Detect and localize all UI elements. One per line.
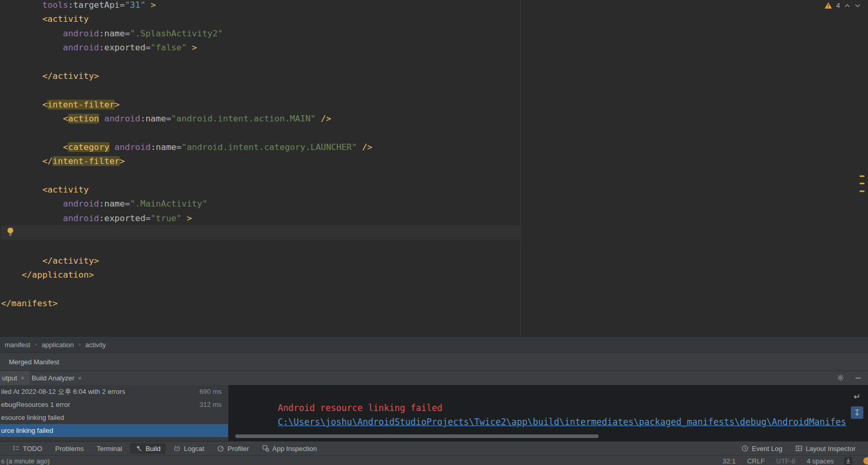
breadcrumb-item-application[interactable]: application <box>42 341 74 349</box>
scroll-to-end-icon[interactable]: ↧ <box>851 406 863 419</box>
build-tree-row[interactable]: urce linking failed <box>0 424 228 437</box>
code-line[interactable]: <category android:name="android.intent.c… <box>1 140 859 154</box>
tab-merged-manifest[interactable]: Merged Manifest <box>0 358 59 366</box>
code-line[interactable]: <activity <box>1 12 859 26</box>
code-token: android <box>63 29 99 38</box>
code-line[interactable] <box>1 240 859 254</box>
toolwindow-button-logcat[interactable]: Logcat <box>168 443 209 454</box>
code-line[interactable]: </activity> <box>1 254 859 268</box>
build-tree-row[interactable]: esource linking failed <box>0 411 228 424</box>
code-line[interactable]: <activity <box>1 183 859 197</box>
code-line[interactable]: </manifest> <box>1 296 859 310</box>
toolwindow-group-right: Event LogLayout Inspector <box>736 443 861 454</box>
notification-icon[interactable] <box>863 457 868 465</box>
code-line[interactable]: android:name=".SplashActivity2" <box>1 26 859 40</box>
code-line[interactable] <box>1 126 859 140</box>
code-token: <activity <box>42 14 88 24</box>
code-editor[interactable]: tools:targetApi="31" > <activity android… <box>0 0 868 336</box>
toolwindow-button-label: Terminal <box>97 445 122 453</box>
code-token: > <box>192 43 197 52</box>
code-token <box>1 185 42 195</box>
toolwindow-button-problems[interactable]: Problems <box>50 443 89 454</box>
code-line[interactable]: android:exported="false" > <box>1 40 859 54</box>
code-line[interactable]: <action android:name="android.intent.act… <box>1 112 859 126</box>
todo-icon <box>12 445 20 452</box>
inspection-widget[interactable]: 4 <box>824 2 861 9</box>
build-output-panel: iled At 2022-08-12 오후 6:04 with 2 errors… <box>0 385 868 441</box>
build-tree-row[interactable]: ebugResources 1 error312 ms <box>0 398 228 411</box>
toolwindow-button-profiler[interactable]: Profiler <box>212 443 254 454</box>
code-token <box>316 114 321 124</box>
toolwindow-group-left: TODOProblemsTerminalBuildLogcatProfilerA… <box>7 443 322 454</box>
code-token <box>110 142 115 152</box>
build-tab-utput[interactable]: utput× <box>0 371 30 385</box>
code-token: /> <box>321 114 331 124</box>
breadcrumb-item-manifest[interactable]: manifest <box>5 341 30 349</box>
code-line[interactable]: </intent-filter> <box>1 154 859 168</box>
breadcrumb: manifest›application›activity <box>0 336 868 352</box>
toolwindow-button-label: Event Log <box>752 445 782 453</box>
code-token: > <box>151 0 156 10</box>
code-line[interactable] <box>1 83 859 97</box>
build-tab-actions <box>837 371 862 385</box>
build-tree-row-label: esource linking failed <box>1 414 222 421</box>
code-line[interactable] <box>1 169 859 183</box>
status-indicator-icon[interactable] <box>844 457 852 465</box>
status-widget-4-spaces[interactable]: 4 spaces <box>807 457 834 465</box>
build-tree-row-duration: 690 ms <box>199 388 222 395</box>
code-line[interactable]: android:name=".MainActivity" <box>1 197 859 211</box>
build-tree-row[interactable]: iled At 2022-08-12 오후 6:04 with 2 errors… <box>0 385 228 398</box>
code-token <box>1 29 63 38</box>
code-token: </application> <box>22 270 94 280</box>
console-file-link[interactable]: C:\Users\joshu\AndroidStudioProjects\Twi… <box>278 417 846 427</box>
code-token: :name <box>99 199 125 209</box>
code-line[interactable]: </application> <box>1 268 859 282</box>
hide-icon[interactable] <box>855 374 862 381</box>
code-line[interactable] <box>1 225 859 239</box>
code-token <box>99 114 104 124</box>
toolwindow-button-event-log[interactable]: Event Log <box>736 443 788 454</box>
build-tab-build-analyzer[interactable]: Build Analyzer× <box>30 371 87 385</box>
code-token <box>1 256 42 266</box>
android-studio-window: tools:targetApi="31" > <activity android… <box>0 0 868 465</box>
status-widget-utf-8[interactable]: UTF-8 <box>776 457 795 465</box>
build-tab-label: Build Analyzer <box>32 374 74 382</box>
horizontal-scrollbar[interactable] <box>235 434 599 438</box>
code-line[interactable]: <intent-filter> <box>1 98 859 112</box>
code-token: = <box>177 142 182 152</box>
intention-bulb-icon[interactable] <box>6 227 15 237</box>
code-line[interactable]: tools:targetApi="31" > <box>1 0 859 12</box>
code-token: = <box>166 114 171 124</box>
code-token <box>1 156 42 166</box>
code-token: android <box>63 199 99 209</box>
soft-wrap-icon[interactable]: ↵ <box>851 390 863 403</box>
toolwindow-button-label: Build <box>145 445 160 453</box>
code-line[interactable] <box>1 55 859 69</box>
code-token: > <box>115 100 120 110</box>
next-highlighted-error-icon[interactable] <box>855 3 861 8</box>
code-token: intent-filter <box>47 100 114 110</box>
code-line[interactable] <box>1 282 859 296</box>
toolwindow-button-app-inspection[interactable]: App Inspection <box>257 443 322 454</box>
code-token <box>1 199 63 209</box>
build-console[interactable]: Android resource linking failed C:\Users… <box>228 385 846 441</box>
code-line[interactable]: android:exported="true" > <box>1 211 859 225</box>
toolwindow-button-build[interactable]: Build <box>130 443 166 454</box>
code-token: </activity> <box>42 71 99 81</box>
breadcrumb-item-activity[interactable]: activity <box>85 341 106 349</box>
toolwindow-button-todo[interactable]: TODO <box>7 443 47 454</box>
close-icon[interactable]: × <box>78 375 82 382</box>
code-token: < <box>63 114 68 124</box>
toolwindow-button-layout-inspector[interactable]: Layout Inspector <box>790 443 861 454</box>
code-line[interactable]: </activity> <box>1 69 859 83</box>
status-widget-crlf[interactable]: CRLF <box>747 457 765 465</box>
prev-highlighted-error-icon[interactable] <box>844 3 850 8</box>
toolwindow-button-terminal[interactable]: Terminal <box>91 443 127 454</box>
code-token <box>1 213 63 223</box>
warning-icon <box>824 2 832 9</box>
code-token: = <box>125 29 130 38</box>
close-icon[interactable]: × <box>21 375 24 382</box>
gear-icon[interactable] <box>837 374 844 381</box>
status-message[interactable]: s (a minute ago) <box>1 457 50 465</box>
status-widget-32-1[interactable]: 32:1 <box>723 457 736 465</box>
